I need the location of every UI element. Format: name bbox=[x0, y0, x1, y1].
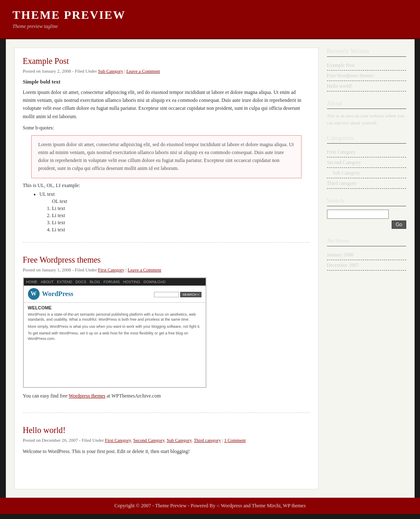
cat-link-second[interactable]: Second Category bbox=[327, 159, 361, 165]
rw-link-0[interactable]: Example Post bbox=[327, 62, 355, 68]
post-example: Example Post Posted on January 2, 2008 -… bbox=[23, 56, 310, 243]
post-leave-comment-example[interactable]: Leave a Comment bbox=[126, 68, 160, 73]
widget-archives: Archives January 2008 December 2007 bbox=[327, 237, 406, 271]
wp-logo-text: WordPress bbox=[42, 290, 73, 298]
widget-recently-written: Recently Written Example Post Free Wordp… bbox=[327, 48, 406, 91]
widget-search: Search Go bbox=[327, 197, 406, 229]
list-item: January 2008 bbox=[327, 250, 406, 260]
post-body-hello: Welcome to WordPress. This is your first… bbox=[23, 448, 310, 456]
bquotes-label: Some b-quotes: bbox=[23, 125, 310, 131]
li-item-1: Li text bbox=[52, 205, 310, 212]
sidebar: Recently Written Example Post Free Wordp… bbox=[327, 48, 406, 489]
post-title-example: Example Post bbox=[23, 56, 310, 66]
post-category-link-subcat[interactable]: Sub Category bbox=[98, 68, 123, 73]
post-title-hello: Hello world! bbox=[23, 425, 310, 435]
list-label: This is UL, OL, LI example: bbox=[23, 182, 310, 189]
wp-nav-bar: HOME ABOUT EXTEND DOCS BLOG FORUMS HOSTI… bbox=[24, 278, 206, 286]
site-footer: Copyright © 2007 - Theme Preview - Power… bbox=[0, 498, 420, 514]
search-input[interactable] bbox=[327, 210, 389, 219]
list-item: Example Post bbox=[327, 60, 406, 71]
footer-text: Copyright © 2007 - Theme Preview - Power… bbox=[114, 503, 306, 509]
post-leave-comment-free-themes[interactable]: Leave a Comment bbox=[128, 267, 161, 272]
post-free-themes: Free Wordpress themes Posted on January … bbox=[23, 255, 310, 413]
cat-link-third[interactable]: Third category bbox=[327, 180, 357, 186]
post-meta-hello: Posted on December 26, 2007 - Filed Unde… bbox=[23, 438, 310, 443]
post-blockquote: Lorem ipsum dolor sit amet, consectetur … bbox=[31, 135, 302, 178]
list-item: First Category bbox=[327, 147, 406, 157]
ol-item: OL text bbox=[52, 198, 310, 205]
post-bold-text: Simple bold text bbox=[23, 78, 310, 85]
widget-categories: Categories First Category Second Categor… bbox=[327, 134, 406, 189]
categories-list: First Category Second Category Sub Categ… bbox=[327, 147, 406, 189]
post-title-link-example[interactable]: Example Post bbox=[23, 56, 69, 66]
wp-search-box: SEARCH » bbox=[154, 291, 201, 297]
list-item: Second Category bbox=[327, 157, 406, 168]
about-text: This is an area on your website where yo… bbox=[327, 112, 406, 126]
list-item: December 2007 bbox=[327, 260, 406, 271]
widget-categories-heading: Categories bbox=[327, 134, 406, 144]
cat-link-first[interactable]: First Category bbox=[327, 149, 356, 155]
wp-logo-circle: W bbox=[28, 288, 40, 300]
post-title-free-themes: Free Wordpress themes bbox=[23, 255, 310, 265]
li-item-2: Li text bbox=[52, 213, 310, 219]
wp-search-input[interactable] bbox=[154, 292, 179, 297]
post-body-free-themes: You can easy find free Wordpress themes … bbox=[23, 392, 310, 400]
post-title-link-free-themes[interactable]: Free Wordpress themes bbox=[23, 255, 101, 264]
post-comment-link-hello[interactable]: 1 Comment bbox=[224, 438, 246, 443]
wordpress-themes-link[interactable]: Wordpress themes bbox=[69, 393, 106, 399]
post-cat-link-third[interactable]: Third category bbox=[194, 438, 221, 443]
list-item: Free Wordpress themes bbox=[327, 71, 406, 81]
search-button[interactable]: Go bbox=[392, 220, 406, 229]
site-header: THEME PREVIEW Theme preview tagline bbox=[0, 0, 420, 39]
widget-recently-written-heading: Recently Written bbox=[327, 48, 406, 57]
list-item: Sub Category bbox=[327, 168, 406, 178]
li-item-3: Li text bbox=[52, 220, 310, 226]
recently-written-list: Example Post Free Wordpress themes Hello… bbox=[327, 60, 406, 91]
post-title-link-hello[interactable]: Hello world! bbox=[23, 425, 66, 435]
rw-link-2[interactable]: Hello world! bbox=[327, 83, 353, 89]
post-paragraph-example: Lorem ipsum dolor sit amet, consectetur … bbox=[23, 89, 310, 121]
widget-search-heading: Search bbox=[327, 197, 406, 206]
wordpress-screenshot: HOME ABOUT EXTEND DOCS BLOG FORUMS HOSTI… bbox=[23, 277, 206, 388]
archive-link-dec[interactable]: December 2007 bbox=[327, 262, 359, 268]
post-list: UL text OL text Li text Li text Li text … bbox=[40, 191, 310, 233]
archives-list: January 2008 December 2007 bbox=[327, 250, 406, 271]
wp-body: WELCOME WordPress is a state-of-the-art … bbox=[24, 303, 206, 344]
post-cat-link-second[interactable]: Second Category bbox=[133, 438, 165, 443]
li-item-4: Li text bbox=[52, 227, 310, 233]
list-item: Hello world! bbox=[327, 81, 406, 91]
list-item: Third category bbox=[327, 178, 406, 189]
wp-search-button[interactable]: SEARCH » bbox=[180, 292, 201, 297]
page-wrapper: Example Post Posted on January 2, 2008 -… bbox=[6, 39, 415, 498]
main-content: Example Post Posted on January 2, 2008 -… bbox=[14, 48, 319, 489]
archive-link-jan[interactable]: January 2008 bbox=[327, 252, 354, 258]
post-hello-world: Hello world! Posted on December 26, 2007… bbox=[23, 425, 310, 468]
post-meta-example: Posted on January 2, 2008 - Filed Under … bbox=[23, 68, 310, 73]
cat-link-sub[interactable]: Sub Category bbox=[333, 170, 360, 176]
widget-about: About This is an area on your website wh… bbox=[327, 100, 406, 126]
post-category-link-firstcat[interactable]: First Category bbox=[98, 267, 124, 272]
post-cat-link-sub[interactable]: Sub Category bbox=[167, 438, 191, 443]
site-tagline: Theme preview tagline bbox=[13, 23, 407, 30]
post-meta-free-themes: Posted on January 1, 2008 - Filed Under … bbox=[23, 267, 310, 272]
site-title: THEME PREVIEW bbox=[13, 8, 407, 22]
widget-archives-heading: Archives bbox=[327, 237, 406, 246]
wp-logo-row: W WordPress SEARCH » bbox=[24, 286, 206, 303]
ul-item: UL text bbox=[40, 191, 310, 197]
rw-link-1[interactable]: Free Wordpress themes bbox=[327, 73, 374, 78]
widget-about-heading: About bbox=[327, 100, 406, 109]
post-cat-link-first[interactable]: First Category bbox=[105, 438, 131, 443]
